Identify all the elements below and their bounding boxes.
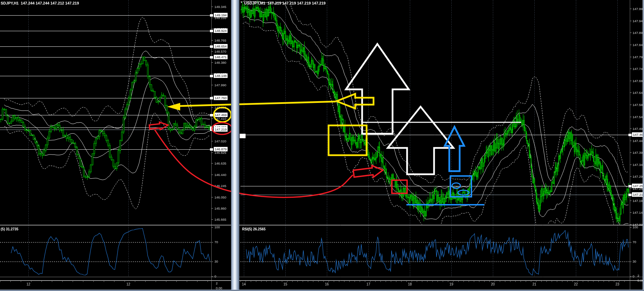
price-label: 146.635	[214, 161, 226, 166]
window-frame-bottom	[0, 290, 644, 291]
price-label-highlighted: 148.924	[214, 28, 228, 33]
rsi-scale-label: 0	[633, 274, 634, 279]
rsi-scale-label: 100	[214, 225, 220, 229]
rsi-scale-label: 70	[633, 240, 636, 244]
price-label: 146.050	[214, 195, 226, 200]
rsi-scale-label: 70	[214, 240, 218, 244]
price-label: 148.380	[214, 60, 226, 65]
price-label-highlighted: 147.469	[214, 113, 228, 117]
time-label[interactable]: 20	[491, 282, 495, 286]
time-label[interactable]: 14	[242, 282, 246, 286]
time-label[interactable]: 12	[126, 282, 130, 286]
rsi-label-right: RSI(5) 26.2565	[242, 227, 266, 231]
mini-scale-top: 2	[637, 274, 639, 278]
time-label[interactable]: 22	[574, 282, 578, 286]
trading-terminal: 149.345149.155148.960148.765148.570148.3…	[0, 0, 644, 291]
window-separator[interactable]	[231, 0, 239, 291]
price-label: 147.600	[214, 105, 226, 110]
price-label: 148.765	[214, 38, 226, 43]
rsi-scale-label: 30	[214, 259, 218, 264]
price-label: 146.440	[214, 173, 226, 177]
price-label-highlighted: 148.654	[214, 44, 228, 48]
chart-title-right: USDJPY,M1 147.219 147.219 147.219 147.21…	[244, 1, 325, 5]
price-label: 147.020	[214, 139, 226, 143]
price-label-highlighted: 147.469	[632, 132, 644, 137]
rsi-scale-label: 100	[633, 225, 638, 229]
price-label-highlighted: 147.219	[214, 127, 228, 132]
price-label-highlighted: 147.760	[214, 96, 228, 100]
price-label: 149.345	[214, 5, 226, 9]
time-label[interactable]: 17	[366, 282, 370, 286]
price-label: 146.245	[214, 184, 226, 188]
label-layer: 149.345149.155148.960148.765148.570148.3…	[0, 0, 644, 291]
price-label-highlighted: 146.879	[214, 147, 228, 151]
price-label-highlighted: 147.255	[632, 184, 644, 188]
time-label[interactable]: 16	[325, 282, 329, 286]
chart-shift-marker-icon: ▼	[240, 1, 243, 4]
time-label[interactable]: 12	[26, 282, 30, 286]
price-label-highlighted: 147.219	[632, 192, 644, 197]
chart-title-left: SDJPY,H1 147.244 147.244 147.212 147.219	[1, 1, 79, 5]
mini-scale-top: 2	[216, 281, 218, 285]
price-label: 145.860	[214, 206, 226, 211]
time-label[interactable]: 15	[283, 282, 287, 286]
price-label: 148.570	[214, 49, 226, 54]
time-label[interactable]: 23	[615, 282, 619, 286]
time-label[interactable]: 18	[408, 282, 412, 286]
time-label[interactable]: 19	[449, 282, 453, 286]
rsi-scale-label: 0	[214, 274, 216, 279]
price-label-highlighted: 148.471	[214, 55, 228, 59]
rsi-scale-label: 30	[633, 259, 636, 264]
price-label-highlighted: 149.194	[214, 13, 228, 17]
rsi-label-left: (5) 31.2735	[1, 227, 18, 231]
price-label: 147.990	[214, 83, 226, 87]
price-label-highlighted: 148.148	[214, 73, 228, 78]
price-label: 145.665	[214, 217, 226, 222]
time-label[interactable]: 21	[532, 282, 536, 286]
window-frame-right	[643, 0, 644, 291]
